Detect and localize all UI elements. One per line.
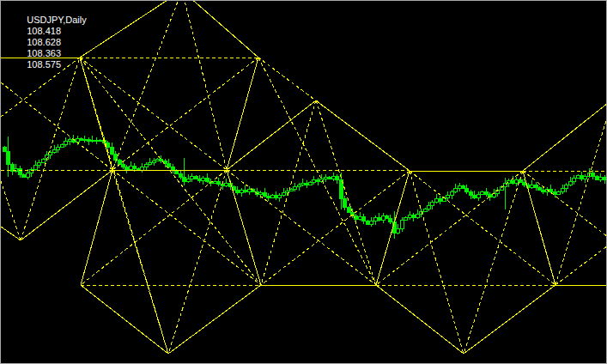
candle	[320, 179, 324, 181]
candle	[362, 216, 366, 221]
candle	[435, 198, 439, 202]
candle	[141, 167, 144, 170]
candle	[569, 181, 573, 185]
candle	[259, 192, 263, 194]
candle	[240, 190, 244, 192]
candle	[160, 159, 163, 161]
candle	[531, 185, 534, 187]
candle	[95, 140, 99, 141]
candle	[599, 177, 603, 179]
candle	[187, 179, 191, 181]
candle	[313, 179, 316, 182]
candle	[439, 198, 442, 201]
candle	[38, 162, 41, 165]
candle	[584, 176, 587, 179]
candle	[489, 194, 492, 197]
candle	[91, 140, 94, 141]
candle	[202, 178, 205, 180]
candle	[290, 189, 294, 191]
candle	[557, 191, 561, 194]
candle	[27, 173, 30, 177]
candle	[446, 195, 450, 197]
high-value: 108.628	[27, 37, 61, 47]
candle	[409, 215, 412, 217]
candle	[282, 192, 286, 195]
candle	[214, 181, 217, 183]
candle	[19, 168, 22, 174]
low-value: 108.363	[27, 48, 61, 58]
mt4-chart-window: USDJPY,Daily 108.418 108.628 108.363 108…	[0, 0, 607, 364]
candle	[519, 179, 523, 182]
candle	[355, 215, 358, 219]
candle	[328, 177, 331, 179]
candle	[515, 179, 519, 183]
candle	[236, 190, 240, 192]
candle	[309, 182, 313, 185]
candle	[378, 217, 381, 220]
candle	[53, 149, 57, 152]
candle	[580, 175, 584, 179]
candle	[83, 139, 87, 140]
candle	[195, 176, 198, 179]
symbol-timeframe-label: USDJPY,Daily	[27, 15, 87, 25]
candle	[271, 195, 275, 197]
candle	[130, 166, 133, 169]
candle	[454, 188, 458, 191]
candle	[172, 167, 175, 170]
candle	[125, 167, 129, 169]
candle	[183, 177, 186, 181]
candle	[389, 218, 392, 221]
candle	[416, 214, 420, 217]
candle	[217, 181, 221, 184]
candle	[477, 194, 481, 197]
candle	[275, 195, 278, 197]
candle	[264, 192, 267, 196]
candle	[206, 178, 209, 181]
candle	[248, 189, 252, 191]
candle	[465, 188, 469, 191]
candle	[535, 185, 538, 187]
candle	[225, 183, 228, 185]
candle	[153, 161, 156, 162]
candle	[367, 221, 370, 224]
candle	[133, 166, 137, 168]
candle	[604, 177, 607, 179]
candle	[554, 191, 557, 194]
candle	[462, 185, 465, 188]
candle	[122, 164, 125, 167]
candle	[470, 191, 473, 195]
candle	[145, 164, 149, 167]
candle	[7, 151, 10, 164]
candle	[523, 182, 526, 185]
candle	[370, 221, 373, 224]
chart-title-ohlc: USDJPY,Daily 108.418 108.628 108.363 108…	[16, 3, 94, 82]
candle	[149, 162, 152, 164]
candle	[596, 176, 599, 179]
candle	[573, 178, 576, 181]
candle	[244, 190, 247, 191]
candle	[542, 190, 545, 191]
candle	[385, 215, 389, 218]
candle	[343, 198, 347, 207]
candle	[76, 138, 80, 142]
candle	[306, 183, 309, 185]
candle	[317, 179, 320, 181]
candle	[332, 176, 336, 179]
candle	[179, 173, 183, 177]
candle	[69, 139, 72, 141]
candle	[565, 185, 568, 188]
candle	[549, 189, 553, 191]
open-value: 108.418	[27, 26, 61, 36]
candle	[325, 177, 328, 179]
candle	[278, 195, 282, 197]
candle	[61, 144, 64, 147]
candle	[473, 195, 476, 197]
candle	[64, 141, 68, 144]
candle	[267, 196, 270, 197]
candle	[561, 188, 565, 191]
candle	[111, 147, 114, 154]
candle	[424, 209, 428, 211]
candle	[359, 216, 362, 219]
candle	[404, 217, 408, 220]
candle	[294, 186, 297, 189]
